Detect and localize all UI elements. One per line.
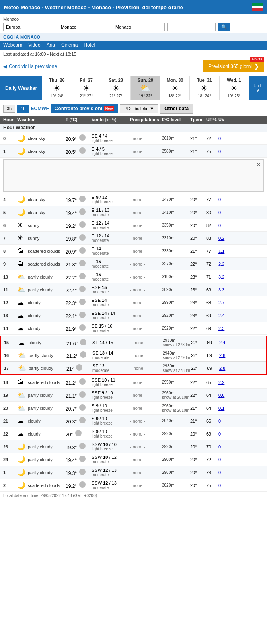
- row-wind: SSE 10 / 11 light breeze: [92, 378, 130, 387]
- row-zero: 2920m: [162, 431, 190, 436]
- row-precip: - none -: [130, 223, 162, 228]
- row-wind: E 11 / 13 moderate: [92, 208, 130, 217]
- nav-hotel[interactable]: Hotel: [84, 42, 95, 48]
- row-precip: - none -: [130, 470, 162, 475]
- row-temp: 19.2°: [66, 221, 92, 229]
- row-weather: 🌤 scattered clouds: [17, 248, 66, 255]
- day-col-4[interactable]: Mon. 30 ☀ 18° 22°: [160, 76, 189, 100]
- row-temp: 19.2°: [66, 481, 92, 489]
- tab-pdf[interactable]: PDF bulletin ▼: [120, 104, 158, 113]
- wind-main: SSW 12 / 13: [92, 468, 130, 473]
- wind-sub: moderate: [92, 277, 130, 281]
- popup-close-button[interactable]: ✕: [256, 161, 261, 168]
- row-weather: ⛅ partly cloudy: [18, 364, 66, 372]
- day-temps-1: 21° 27°: [73, 94, 100, 98]
- tab-3h[interactable]: 3h: [3, 105, 15, 113]
- temp-value: 20.3°: [66, 419, 77, 425]
- daily-weather-section: Daily Weather Thu. 26 ☀ 19° 24° Fri. 27 …: [0, 76, 267, 100]
- wind-sub: moderate: [92, 473, 130, 477]
- col-header-precip: Precipitations: [130, 117, 162, 122]
- day-col-6[interactable]: Wed. 1 ☀ 19° 25°: [219, 76, 249, 100]
- weather-text: partly cloudy: [28, 287, 53, 292]
- weather-text: sunny: [28, 236, 39, 241]
- tab-1h[interactable]: 1h: [17, 105, 29, 113]
- row-weather: ☁ cloudy: [17, 430, 66, 438]
- row-weather: 🌙 clear sky: [17, 196, 66, 203]
- row-tperc: 20°: [190, 431, 206, 436]
- row-uv: 0: [218, 444, 228, 449]
- wind-sub: light breeze: [92, 382, 130, 387]
- row-wind: E 12 / 14 moderate: [92, 221, 130, 230]
- row-uv: 0.6: [218, 393, 228, 398]
- day-col-1[interactable]: Fri. 27 ☀ 21° 27°: [72, 76, 101, 100]
- temp-value: 19.4°: [66, 458, 77, 463]
- row-precip: - none -: [130, 287, 162, 292]
- uv-value: 0: [218, 419, 221, 423]
- day-col-0[interactable]: Thu. 26 ☀ 19° 24°: [42, 76, 71, 100]
- nav-aria[interactable]: Aria: [47, 42, 55, 48]
- wind-main: S 9 / 10: [92, 429, 130, 434]
- row-zero: 3350m: [162, 223, 190, 227]
- day-col-2[interactable]: Sat. 28 ☀ 21° 27°: [101, 76, 130, 100]
- weather-row-1: 1 🌙 clear sky 20.5° E 4 / 5 light breeze…: [0, 145, 267, 158]
- wind-compass-icon: [80, 339, 86, 345]
- row-hour: 14: [3, 326, 17, 331]
- weather-icon: 🌙: [17, 196, 26, 203]
- weather-icon: ☁: [17, 430, 26, 438]
- row-ur: 82: [206, 223, 218, 228]
- day-col-3[interactable]: Sun. 29 ⛅ 19° 22°: [130, 76, 160, 100]
- tab-other[interactable]: Other data: [160, 104, 193, 114]
- row-tperc: 23°: [190, 275, 206, 279]
- row-tperc: 20°: [190, 223, 206, 228]
- row-zero: 2930msnow at 2780m: [163, 364, 191, 373]
- wind-main: SE 15 / 16: [92, 324, 130, 328]
- row-hour: 6: [3, 223, 17, 228]
- weather-text: clear sky: [28, 136, 45, 141]
- row-weather: 🌙 scattered clouds: [17, 481, 66, 489]
- wind-main: SSW 10 / 10: [92, 442, 130, 447]
- uv-value: 2.4: [218, 313, 224, 318]
- wind-main: E 14: [92, 246, 130, 251]
- temp-value: 22.4°: [66, 288, 77, 293]
- row-tperc: 20°: [190, 210, 206, 215]
- temp-value: 21.1°: [66, 393, 77, 399]
- search-input[interactable]: [167, 23, 216, 31]
- nav-webcam[interactable]: Webcam: [3, 42, 22, 48]
- temp-value: 21.2°: [66, 380, 77, 386]
- previsioni-button[interactable]: Novità Previsioni 365 giorni ❯: [203, 60, 264, 72]
- col-header-ur: UR%: [206, 117, 218, 122]
- nav-cinema[interactable]: Cinema: [61, 42, 78, 48]
- country-input[interactable]: [58, 23, 110, 31]
- tab-confronto[interactable]: Confronto previsioni New: [51, 104, 119, 113]
- temp-value: 19.8°: [66, 445, 77, 450]
- row-uv: 2.2: [218, 262, 228, 266]
- wind-sub: light breeze: [92, 421, 130, 425]
- row-tperc: 20°: [190, 236, 206, 241]
- temp-value: 19.3°: [66, 471, 77, 476]
- weather-text: scattered clouds: [28, 483, 60, 488]
- until-col: Until 9: [249, 76, 267, 100]
- city-input[interactable]: [113, 23, 165, 31]
- row-weather: 🌙 clear sky: [17, 147, 66, 155]
- row-uv: 2.2: [218, 380, 228, 385]
- weather-icon: ☁: [18, 339, 27, 347]
- row-uv: 0: [218, 210, 228, 215]
- row-tperc: 20°: [190, 197, 206, 202]
- condividi-link[interactable]: ◀ Condividi la previsione: [3, 64, 57, 69]
- weather-text: clear sky: [28, 149, 45, 154]
- day-col-5[interactable]: Tue. 31 ☀ 18° 24°: [189, 76, 219, 100]
- region-input[interactable]: [3, 23, 55, 31]
- tabs-row: 3h 1h ECMWF Confronto previsioni New PDF…: [0, 102, 267, 116]
- day-icon-0: ☀: [43, 83, 70, 93]
- daily-weather-label: Daily Weather: [0, 76, 42, 100]
- wind-sub: moderate: [92, 225, 130, 230]
- wind-compass-icon: [79, 324, 86, 331]
- tab-ecmwf[interactable]: ECMWF: [31, 106, 49, 111]
- search-button[interactable]: 🔍: [218, 23, 230, 31]
- nav-video[interactable]: Video: [28, 42, 40, 48]
- header-title: Meteo Monaco - Weather Monaco - Monaco -…: [4, 4, 183, 10]
- wind-main: SSE 9 / 10: [92, 390, 130, 395]
- row-uv: 0: [218, 457, 228, 462]
- update-info: Last updated at 16:00 - Next at 18:15: [0, 50, 267, 58]
- day-temps-4: 18° 22°: [162, 94, 188, 98]
